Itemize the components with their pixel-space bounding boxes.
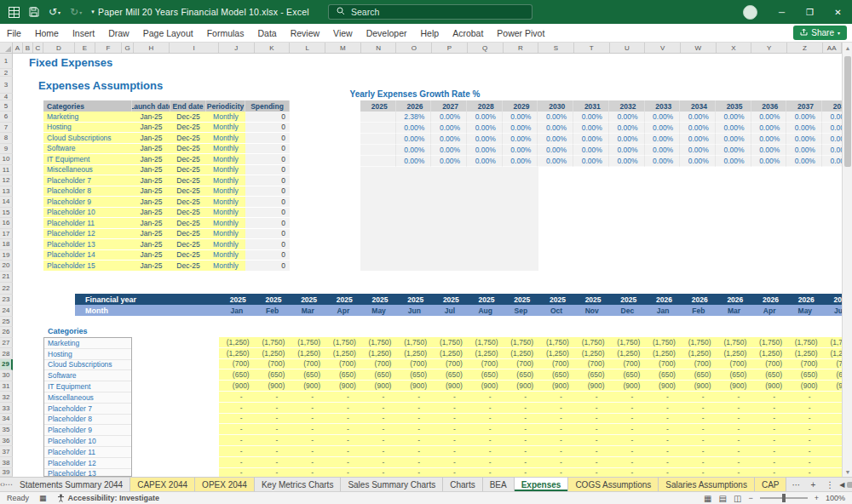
growth-cell[interactable]: 0.00% (822, 156, 842, 167)
vertical-scroll-thumb[interactable] (844, 56, 851, 167)
row-header-3[interactable]: 3 (0, 77, 13, 94)
monthly-cell[interactable]: - (290, 392, 325, 403)
growth-cell[interactable]: 0.00% (467, 156, 503, 167)
assumptions-cell[interactable]: Placeholder 7 (43, 175, 132, 186)
monthly-cell[interactable]: (1,750) (610, 337, 646, 348)
growth-cell[interactable]: 0.00% (538, 123, 573, 134)
monthly-cell[interactable]: (1,250) (681, 348, 717, 359)
growth-cell[interactable]: 0.00% (822, 123, 842, 134)
monthly-cell[interactable]: - (219, 414, 255, 425)
assumptions-cell[interactable]: Placeholder 8 (43, 186, 132, 198)
growth-cell[interactable]: 0.00% (645, 134, 681, 145)
month-cell[interactable]: Mar (717, 305, 752, 316)
monthly-cell[interactable]: - (325, 435, 361, 446)
monthly-cell[interactable]: (1,250) (432, 348, 468, 359)
growth-cell[interactable]: 0.00% (538, 156, 573, 167)
monthly-cell[interactable]: - (574, 424, 610, 435)
growth-cell[interactable]: 0.00% (751, 112, 787, 123)
growth-cell[interactable]: 0.00% (716, 134, 751, 145)
monthly-cell[interactable]: (1,750) (504, 337, 539, 348)
monthly-cell[interactable]: (700) (787, 359, 823, 370)
fy-cell[interactable]: 2025 (396, 294, 432, 305)
monthly-cell[interactable]: - (468, 424, 504, 435)
row-header-39[interactable]: 39 (0, 468, 13, 477)
monthly-cell[interactable]: (700) (610, 359, 646, 370)
monthly-cell[interactable]: - (255, 403, 291, 414)
growth-cell[interactable]: 0.00% (822, 112, 842, 123)
month-cell[interactable]: Oct (538, 305, 574, 316)
column-header-U[interactable]: U (610, 43, 646, 53)
fy-cell[interactable]: 2025 (432, 294, 468, 305)
month-cell[interactable]: Jun (396, 305, 432, 316)
monthly-cell[interactable]: (700) (468, 359, 504, 370)
monthly-cell[interactable]: (1,250) (219, 337, 255, 348)
growth-cell[interactable]: 0.00% (431, 134, 467, 145)
monthly-cell[interactable]: (900) (645, 381, 681, 392)
assumptions-cell[interactable]: Jan-25 (132, 208, 170, 219)
monthly-cell[interactable]: - (717, 403, 752, 414)
monthly-cell[interactable]: - (361, 414, 397, 425)
monthly-cell[interactable]: (1,750) (396, 337, 432, 348)
assumptions-cell[interactable]: Dec-25 (170, 208, 206, 219)
monthly-cell[interactable]: (900) (610, 381, 646, 392)
monthly-cell[interactable]: - (717, 392, 752, 403)
growth-cell[interactable]: 0.00% (431, 112, 467, 123)
monthly-cell[interactable]: - (396, 403, 432, 414)
monthly-cell[interactable]: (1,250) (504, 348, 539, 359)
assumptions-cell[interactable]: Placeholder 14 (43, 250, 132, 261)
growth-cell[interactable]: 0.00% (609, 112, 645, 123)
assumptions-cell[interactable]: Miscellaneous (43, 165, 132, 176)
monthly-cell[interactable]: (1,250) (823, 348, 842, 359)
month-cell[interactable]: Jan (219, 305, 255, 316)
monthly-cell[interactable]: (1,750) (574, 337, 610, 348)
scroll-down-icon[interactable]: ▼ (843, 467, 852, 477)
monthly-cell[interactable]: (1,750) (325, 337, 361, 348)
growth-cell[interactable]: 0.00% (396, 123, 432, 134)
monthly-cell[interactable]: - (645, 435, 681, 446)
growth-cell[interactable]: 0.00% (645, 123, 681, 134)
monthly-cell[interactable]: - (255, 468, 291, 477)
monthly-cell[interactable]: - (468, 414, 504, 425)
assumptions-header-periodicity[interactable]: Periodicity (206, 100, 245, 112)
ribbon-tab-home[interactable]: Home (28, 24, 66, 43)
customize-qat-icon[interactable]: ▾ (91, 9, 95, 15)
row-header-25[interactable]: 25 (0, 317, 13, 327)
monthly-cell[interactable]: - (681, 468, 717, 477)
assumptions-cell[interactable]: Jan-25 (132, 186, 170, 198)
monthly-cell[interactable]: - (787, 446, 823, 457)
monthly-cell[interactable]: (700) (574, 359, 610, 370)
monthly-cell[interactable]: (650) (255, 369, 291, 381)
growth-cell[interactable]: 0.00% (716, 112, 751, 123)
monthly-cell[interactable]: - (396, 414, 432, 425)
month-cell[interactable]: Jan (645, 305, 681, 316)
search-input[interactable]: Search (328, 4, 532, 20)
assumptions-cell[interactable]: Dec-25 (170, 239, 206, 250)
assumptions-cell[interactable]: Monthly (206, 229, 245, 240)
monthly-cell[interactable]: - (787, 424, 823, 435)
assumptions-cell[interactable]: Jan-25 (132, 197, 170, 208)
monthly-cell[interactable]: - (255, 424, 291, 435)
macro-record-icon[interactable]: ▦ (39, 494, 47, 502)
fy-cell[interactable]: 2026 (681, 294, 717, 305)
page-layout-view-icon[interactable]: ▤ (719, 494, 727, 503)
monthly-cell[interactable]: - (290, 414, 325, 425)
assumptions-cell[interactable]: Software (43, 144, 132, 155)
row-header-15[interactable]: 15 (0, 208, 13, 219)
ribbon-tab-help[interactable]: Help (414, 24, 446, 43)
sheet-tab-bea[interactable]: BEA (483, 478, 515, 491)
growth-cell[interactable]: 0.00% (609, 134, 645, 145)
monthly-cell[interactable]: - (610, 403, 646, 414)
monthly-cell[interactable]: (650) (574, 369, 610, 381)
growth-cell[interactable] (360, 145, 396, 156)
month-cell[interactable]: May (361, 305, 397, 316)
assumptions-cell[interactable]: Dec-25 (170, 154, 206, 165)
monthly-cell[interactable]: (700) (681, 359, 717, 370)
monthly-cell[interactable]: - (255, 457, 291, 468)
fy-cell[interactable]: 2025 (574, 294, 610, 305)
assumptions-cell[interactable]: Dec-25 (170, 229, 206, 240)
monthly-cell[interactable]: (650) (325, 369, 361, 381)
monthly-cell[interactable]: (700) (432, 359, 468, 370)
assumptions-cell[interactable]: Jan-25 (132, 261, 170, 272)
monthly-cell[interactable]: (1,250) (219, 348, 255, 359)
assumptions-cell[interactable]: IT Equipment (43, 154, 132, 165)
